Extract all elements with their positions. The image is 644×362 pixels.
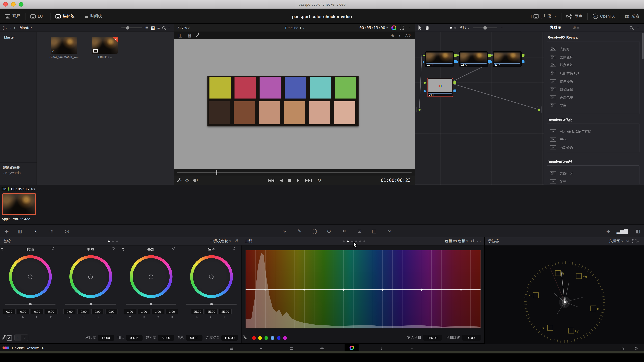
reset-icon[interactable]: ↺ <box>470 239 474 243</box>
lift-master-slider[interactable] <box>5 304 55 305</box>
page-media-button[interactable]: ▤ <box>224 345 238 352</box>
auto-wand-icon[interactable] <box>2 336 5 340</box>
key-output[interactable] <box>454 89 456 92</box>
reset-icon[interactable]: ↺ <box>232 247 236 251</box>
color-match-icon[interactable]: ▥ <box>15 225 25 237</box>
node-04-selected[interactable]: 04◌ <box>427 78 453 97</box>
eyedropper-icon[interactable] <box>244 336 247 340</box>
timelines-button[interactable]: ≣ 时间线 <box>80 9 107 23</box>
scope-settings-icon[interactable]: ≋ <box>626 239 629 243</box>
lum-mix-field[interactable]: 100.00 <box>221 335 238 341</box>
scope-more-icon[interactable]: ⋯ <box>636 239 641 243</box>
lightblue-swatch[interactable] <box>271 336 274 340</box>
go-to-start-button[interactable] <box>268 179 274 182</box>
rgb-mixer-icon[interactable]: ≋ <box>46 225 56 237</box>
record-timecode[interactable]: 00:05:13:00 <box>360 25 385 30</box>
wheels-page-dot[interactable] <box>108 240 110 242</box>
pan-hand-icon[interactable] <box>425 25 430 30</box>
reset-icon[interactable]: ↺ <box>172 247 176 251</box>
fx-item[interactable]: GPU去闪烁 <box>550 45 570 52</box>
page-color-button[interactable] <box>345 345 358 352</box>
value-field[interactable]: 25.00 <box>219 309 232 314</box>
thumbnail-size-slider[interactable] <box>121 27 142 28</box>
page-fairlight-button[interactable]: ♪ <box>374 345 388 352</box>
red-swatch[interactable] <box>252 336 256 340</box>
key-input[interactable] <box>424 90 427 92</box>
more-options-icon[interactable]: ⋯ <box>168 25 172 30</box>
rgb-output[interactable] <box>454 54 457 57</box>
library-more-icon[interactable]: ⋯ <box>636 25 641 30</box>
lightbox-button[interactable]: ▦ 光箱 <box>620 9 644 23</box>
select-cursor-icon[interactable] <box>418 25 422 30</box>
offset-master-slider[interactable] <box>186 304 236 305</box>
value-field[interactable]: 0.00 <box>45 309 58 314</box>
scope-mode-select[interactable]: 矢量图∨ <box>609 239 623 244</box>
value-field[interactable]: 1.00 <box>138 309 150 314</box>
offset-color-wheel[interactable] <box>190 255 233 298</box>
project-home-icon[interactable]: ⌂ <box>616 345 630 352</box>
value-field[interactable]: 0.00 <box>77 309 90 314</box>
crosshair-icon[interactable]: + <box>122 246 125 251</box>
value-field[interactable]: 25.00 <box>191 309 204 314</box>
magenta-swatch[interactable] <box>283 336 286 340</box>
curves-mode-select[interactable]: 色相 vs 色相∨ <box>444 239 468 244</box>
viewer-scrub-bar[interactable] <box>174 169 415 176</box>
page-fusion-button[interactable]: ◎ <box>315 345 329 352</box>
value-field[interactable]: 1.00 <box>166 309 178 314</box>
gamma-master-slider[interactable] <box>65 304 116 305</box>
expand-viewer-icon[interactable] <box>400 25 404 30</box>
contrast-field[interactable]: 1.000 <box>98 335 114 341</box>
crosshair-icon[interactable]: + <box>1 246 4 251</box>
lut-button[interactable]: LUT <box>26 9 50 23</box>
wheels-mode-select[interactable]: 一级校色轮∨ <box>210 239 231 244</box>
gain-color-wheel[interactable] <box>130 255 172 298</box>
rgb-input[interactable] <box>422 54 425 57</box>
fx-item[interactable]: GPU光圈衍射 <box>550 169 573 177</box>
go-to-end-button[interactable] <box>305 179 312 182</box>
clips-button[interactable]: ] [ 片段 ∨ <box>526 9 561 23</box>
curves-page-dot[interactable] <box>347 240 349 242</box>
media-pool-button[interactable]: 媒体池 <box>50 9 80 23</box>
curves-page-dot[interactable] <box>364 240 365 242</box>
loop-icon[interactable]: ↻ <box>318 178 321 183</box>
stereo-3d-icon[interactable]: ∞ <box>384 225 394 237</box>
openfx-button[interactable]: fx OpenFX <box>588 9 620 23</box>
key-output[interactable] <box>454 60 457 63</box>
value-field[interactable]: 0.00 <box>91 309 104 314</box>
page-cut-button[interactable]: ✂ <box>254 345 268 352</box>
fx-item[interactable]: GPU自动除尘 <box>550 85 573 93</box>
graph-mode-select[interactable]: 片段∨ <box>459 25 470 30</box>
auto-balance-button[interactable]: A <box>6 335 12 341</box>
bypass-grade-icon[interactable]: ◐ <box>399 33 401 38</box>
grid-view-icon[interactable]: ▦ <box>151 25 155 30</box>
tracker-icon[interactable]: ⊙ <box>324 225 334 237</box>
reset-icon[interactable]: ↺ <box>234 239 238 243</box>
blue-swatch[interactable] <box>277 336 280 340</box>
blur-icon[interactable]: ≈ <box>339 225 349 237</box>
fx-item[interactable]: GPU美化 <box>550 136 566 143</box>
node-graph-canvas[interactable]: 01∷∷ 02∿ 03∿ <box>415 32 544 185</box>
value-field[interactable]: 0.00 <box>3 309 16 314</box>
fx-item[interactable]: GPU面部修饰 <box>550 144 573 151</box>
key-input[interactable] <box>457 61 459 63</box>
split-screen-icon[interactable]: ◫ <box>178 33 182 38</box>
unmix-icon[interactable]: ◈ <box>391 33 394 38</box>
fx-item[interactable]: GPU去除色带 <box>550 53 573 61</box>
fx-item[interactable]: GPU局部替换工具 <box>550 69 580 77</box>
play-button[interactable] <box>297 179 299 182</box>
fx-item[interactable]: GPU色度色差 <box>550 93 573 101</box>
grid-compare-icon[interactable]: ▦ <box>188 33 192 38</box>
chevron-down-icon[interactable]: ∨ <box>386 26 388 29</box>
graph-page-dot[interactable] <box>454 27 456 28</box>
gamma-color-wheel[interactable] <box>69 255 112 298</box>
settings-gear-icon[interactable]: ⚙ <box>629 345 643 352</box>
nodes-button[interactable]: 节点 <box>562 9 587 23</box>
search-icon[interactable] <box>162 26 165 29</box>
scrollbar-thumb[interactable] <box>642 33 644 59</box>
page-edit-button[interactable]: ≣ <box>284 345 298 352</box>
camera-raw-icon[interactable]: ◉ <box>2 225 12 237</box>
wheels-page-dot[interactable] <box>116 240 118 242</box>
node-03[interactable]: 03∿ <box>493 51 522 67</box>
value-field[interactable]: 0.00 <box>63 309 76 314</box>
hue-rotate-field[interactable]: 0.00 <box>462 335 481 341</box>
